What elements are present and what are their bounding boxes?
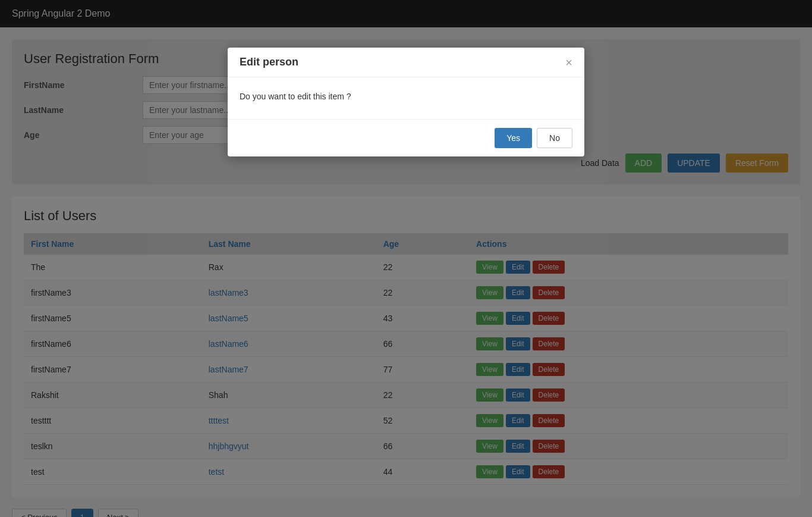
no-button[interactable]: No	[537, 128, 572, 148]
modal-body: Do you want to edit this item ?	[228, 77, 584, 119]
modal-overlay: Edit person × Do you want to edit this i…	[0, 0, 812, 517]
yes-button[interactable]: Yes	[495, 128, 532, 148]
modal-message: Do you want to edit this item ?	[240, 92, 351, 101]
edit-modal: Edit person × Do you want to edit this i…	[228, 48, 584, 156]
modal-title: Edit person	[240, 56, 298, 68]
modal-footer: Yes No	[228, 119, 584, 156]
modal-close-button[interactable]: ×	[565, 57, 572, 68]
modal-header: Edit person ×	[228, 48, 584, 77]
